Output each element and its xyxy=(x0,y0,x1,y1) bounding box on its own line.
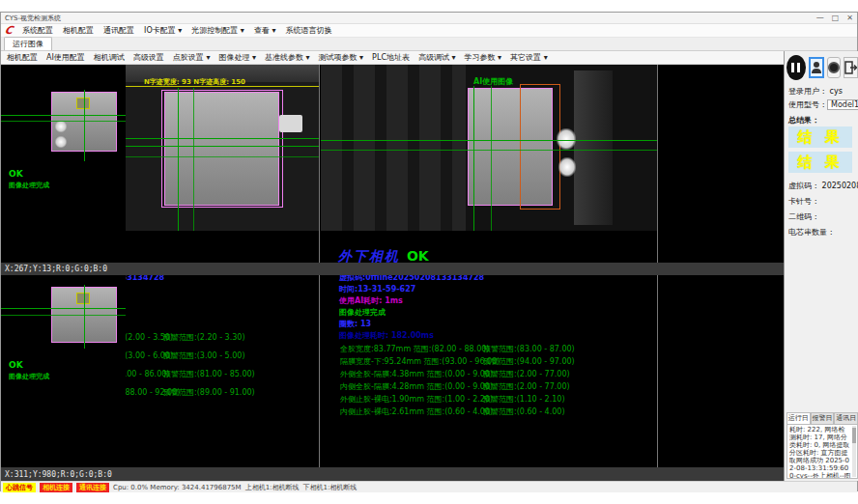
pause-icon xyxy=(791,63,794,72)
mini-ok-status: OK xyxy=(9,169,23,179)
measure-line-v1 xyxy=(178,88,179,231)
view-camera-inner-top[interactable]: OK 图像处理完成 xyxy=(1,65,126,263)
side-panel: 登录用户： cys 使用型号：Model1 总结果： 结 果 结 果 虚拟码： … xyxy=(784,51,858,481)
measurement-row: 外侧全胶-隔膜:4.38mm 范围:(0.00 - 9.00) xyxy=(340,369,493,379)
measure-line-v1 xyxy=(473,86,474,231)
menu-item-light-config[interactable]: 光源控制配置 ▾ xyxy=(191,25,244,36)
roi-rect-orange xyxy=(520,84,560,210)
toolbar-glue-settings[interactable]: 点胶设置 ▾ xyxy=(173,52,211,63)
result-display-1: 结 果 xyxy=(788,126,852,148)
toolbar-advanced-debug[interactable]: 高级调试 ▾ xyxy=(418,52,456,63)
log-text-area[interactable]: 耗时: 222, 网络检测耗时: 17, 网络分类耗时: 0, 网络提取分区耗时… xyxy=(786,424,858,479)
measurement-warn: 预警范围:(3.00 - 5.00) xyxy=(163,350,245,361)
user-mode-button[interactable] xyxy=(809,57,824,78)
measure-line-h2 xyxy=(1,315,126,316)
pause-button[interactable] xyxy=(786,55,806,80)
measure-line-h2 xyxy=(321,150,657,151)
user-icon xyxy=(811,61,822,74)
virtual-code-value: 20250208 xyxy=(822,182,858,190)
ai-image-label: AI使用图像 xyxy=(473,76,513,87)
menu-item-view[interactable]: 查看 ▾ xyxy=(254,25,276,36)
toolbar-learn-params[interactable]: 学习参数 ▾ xyxy=(465,52,502,63)
tab-run-log[interactable]: 运行日志 xyxy=(786,412,811,424)
time-line: 时间:13-31-59-627 xyxy=(339,284,415,294)
toolbar-camera-config[interactable]: 相机配置 xyxy=(7,52,38,63)
app-window: CYS-视觉检测系统 — □ ✕ C 系统配置 相机配置 通讯配置 IO卡配置 … xyxy=(0,12,858,491)
toolbar-other-settings[interactable]: 其它设置 ▾ xyxy=(510,52,548,63)
minimize-icon[interactable]: — xyxy=(816,14,824,22)
process-done-line: 图像处理完成 xyxy=(339,307,386,318)
measure-line-v1 xyxy=(84,285,85,349)
camera-ok-status: OK xyxy=(407,248,429,264)
tab-strip: 运行图像 xyxy=(1,38,857,51)
highlight-blob xyxy=(557,128,576,150)
toolbar-ai-config[interactable]: AI使用配置 xyxy=(46,52,85,63)
measurement-warn: 预警范围:(83.00 - 87.00) xyxy=(483,344,575,354)
camera-views: N字迹宽度: 93 N字迹高度: 150 外上相机 OK NG次数(1) 虚拟码… xyxy=(1,65,784,481)
main-content: 相机配置 AI使用配置 相机调试 高级设置 点胶设置 ▾ 图像处理 ▾ 基准线参… xyxy=(1,51,784,481)
login-user-row: 登录用户： cys xyxy=(788,86,843,97)
menu-item-comm-config[interactable]: 通讯配置 xyxy=(103,25,134,36)
toolbar-baseline-params[interactable]: 基准线参数 ▾ xyxy=(265,52,310,63)
control-button-row xyxy=(786,53,858,82)
toolbar-image-processing[interactable]: 图像处理 ▾ xyxy=(218,52,256,63)
measurement-warn: 预警范围:(94.00 - 97.00) xyxy=(483,356,575,367)
camera-connection-badge: 相机连接 xyxy=(40,483,72,492)
lock-mode-button[interactable] xyxy=(827,57,841,78)
close-icon[interactable]: ✕ xyxy=(846,14,853,22)
measurement-row: 隔膜宽度-下:95.24mm 范围:(93.00 - 96.00) xyxy=(340,356,500,367)
maximize-icon[interactable]: □ xyxy=(832,14,840,22)
menu-item-language[interactable]: 系统语言切换 xyxy=(285,25,331,36)
connector-tab xyxy=(279,115,302,132)
highlight-blob xyxy=(55,121,67,132)
tab-run-image[interactable]: 运行图像 xyxy=(4,37,52,50)
measurement-warn: 预警范围:(0.60 - 4.00) xyxy=(483,406,565,417)
log-scrollbar[interactable] xyxy=(852,426,856,477)
lock-icon xyxy=(828,62,840,73)
battery-cell xyxy=(164,92,279,206)
tab-comm-log[interactable]: 通讯日志 xyxy=(834,412,858,424)
log-scrollbar-thumb[interactable] xyxy=(852,428,856,443)
menu-item-io-config[interactable]: IO卡配置 ▾ xyxy=(144,25,182,36)
measurement-warn: 预警范围:(81.00 - 85.00) xyxy=(163,369,255,379)
mini-process-done: 图像处理完成 xyxy=(9,181,49,190)
login-user-label: 登录用户： xyxy=(788,87,827,96)
measurement-warn: 预警范围:(1.10 - 2.10) xyxy=(483,394,565,405)
measure-line-v2 xyxy=(491,86,492,231)
app-logo-icon: C xyxy=(4,25,14,36)
measure-line-v2 xyxy=(193,88,194,231)
ai-time-line: 使用AI耗时: 1ms xyxy=(339,295,403,306)
top-camera-status: 上相机1:相机断线 xyxy=(245,483,300,492)
model-label: 使用型号： xyxy=(788,100,827,109)
model-row: 使用型号：Model1 xyxy=(788,99,858,110)
title-bar: CYS-视觉检测系统 — □ ✕ xyxy=(1,13,857,24)
menu-bar: C 系统配置 相机配置 通讯配置 IO卡配置 ▾ 光源控制配置 ▾ 查看 ▾ 系… xyxy=(1,24,857,38)
measurement-warn: 预警范围:(2.00 - 77.00) xyxy=(483,381,570,392)
measurement-warn: 预警范围:(2.00 - 77.00) xyxy=(483,369,570,379)
measure-line-h1 xyxy=(321,140,657,141)
roi-rect-yellow xyxy=(76,98,90,109)
view-camera-inner-bottom[interactable]: OK 图像处理完成 xyxy=(1,275,126,467)
tab-alarm-log[interactable]: 报警日志 xyxy=(811,412,835,424)
exit-button[interactable] xyxy=(844,57,858,78)
pause-icon xyxy=(797,63,800,72)
login-user-value: cys xyxy=(830,87,843,96)
comm-connection-badge: 通讯连接 xyxy=(76,483,109,492)
toolbar-plc-table[interactable]: PLC地址表 xyxy=(372,52,410,63)
measure-line-h1 xyxy=(1,308,126,309)
highlight-blob xyxy=(55,136,67,148)
logout-icon xyxy=(844,61,857,74)
measurement-row: 内侧全胶-隔膜:4.28mm 范围:(0.00 - 9.00) xyxy=(340,381,493,392)
total-result-label: 总结果： xyxy=(788,115,819,126)
measurement-row: 全胶宽度:83.77mm 范围:(82.00 - 88.00) xyxy=(340,344,489,354)
menu-item-camera-config[interactable]: 相机配置 xyxy=(63,25,94,36)
machine-column xyxy=(574,70,613,225)
toolbar-advanced-settings[interactable]: 高级设置 xyxy=(133,52,164,63)
status-bar: 心跳信号 相机连接 通讯连接 Cpu: 0.0% Memory: 3424.41… xyxy=(1,481,857,492)
menu-item-system-config[interactable]: 系统配置 xyxy=(22,25,53,36)
bottom-camera-status: 下相机1:相机断线 xyxy=(302,483,357,492)
toolbar-test-params[interactable]: 测试项参数 ▾ xyxy=(319,52,364,63)
heartbeat-status-badge: 心跳信号 xyxy=(3,483,36,492)
toolbar-camera-debug[interactable]: 相机调试 xyxy=(94,52,125,63)
model-select[interactable]: Model1 xyxy=(827,99,858,110)
